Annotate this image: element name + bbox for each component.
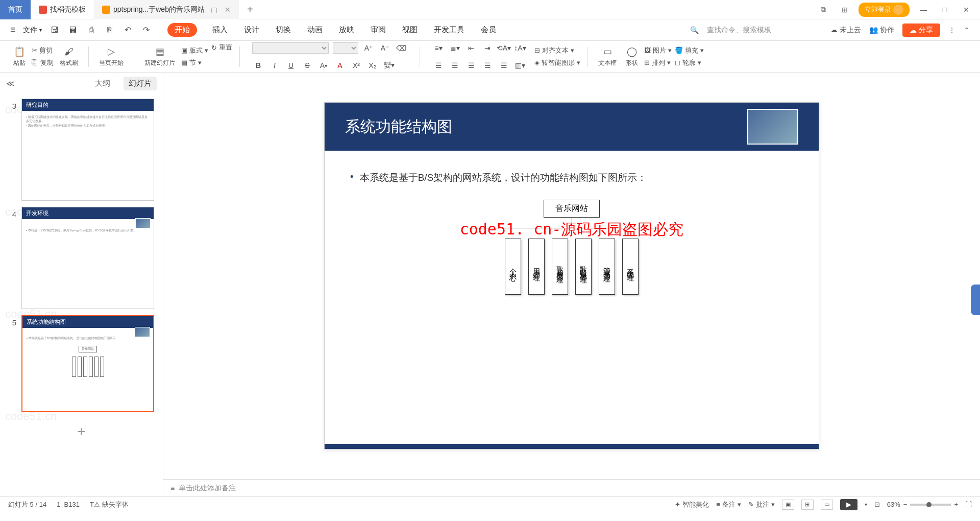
outline-button[interactable]: ◻轮廓 ▾ bbox=[675, 58, 704, 67]
decrease-font-button[interactable]: A⁻ bbox=[379, 42, 391, 54]
file-menu[interactable]: 文件 ▾ bbox=[23, 26, 42, 35]
zoom-control[interactable]: 63% − + bbox=[887, 501, 958, 508]
shape-button[interactable]: ◯ 形状 bbox=[623, 45, 641, 67]
share-button[interactable]: ☁ 分享 bbox=[902, 23, 940, 37]
underline-button[interactable]: U bbox=[285, 59, 297, 72]
tab-home[interactable]: 首页 bbox=[0, 0, 31, 19]
slideshow-button[interactable]: ▶ bbox=[840, 499, 857, 510]
thumbnail[interactable]: 开发环境 • 本站是一个B/S模式系统，采用Spring Boot框架，MYSQ… bbox=[21, 207, 154, 309]
redo-icon[interactable]: ↷ bbox=[141, 25, 152, 36]
clear-format-button[interactable]: ⌫ bbox=[395, 42, 407, 54]
close-icon[interactable]: ✕ bbox=[225, 6, 231, 14]
reset-button[interactable]: ↻重置 bbox=[211, 43, 232, 52]
convert-shape-button[interactable]: ◈转智能图形 ▾ bbox=[534, 58, 580, 67]
fit-window-button[interactable]: ⊡ bbox=[874, 501, 880, 508]
collapse-ribbon-icon[interactable]: ⌃ bbox=[964, 26, 970, 34]
font-select[interactable] bbox=[252, 42, 329, 54]
tab-start[interactable]: 开始 bbox=[167, 23, 197, 37]
notes-toggle[interactable]: ≡备注 ▾ bbox=[716, 500, 741, 509]
print-icon[interactable]: ⎙ bbox=[86, 25, 97, 36]
section-button[interactable]: ▤节 ▾ bbox=[181, 58, 208, 67]
tab-animation[interactable]: 动画 bbox=[306, 23, 324, 37]
grid-icon[interactable]: ⊞ bbox=[837, 2, 852, 17]
fontsize-select[interactable] bbox=[333, 42, 358, 54]
minimize-button[interactable]: — bbox=[916, 2, 931, 17]
align-text-button[interactable]: ⊟对齐文本 ▾ bbox=[534, 46, 580, 55]
bullets-button[interactable]: ≡▾ bbox=[432, 42, 445, 54]
undo-icon[interactable]: ↶ bbox=[122, 25, 134, 36]
more-icon[interactable]: ⋮ bbox=[948, 26, 955, 34]
outline-tab[interactable]: 大纲 bbox=[90, 77, 115, 90]
tab-slideshow[interactable]: 放映 bbox=[338, 23, 355, 37]
zoom-slider[interactable] bbox=[910, 504, 951, 506]
text-direction-button[interactable]: ⟲A▾ bbox=[498, 42, 510, 54]
zoom-out-button[interactable]: − bbox=[903, 501, 908, 508]
layout-button[interactable]: ▣版式 ▾ bbox=[181, 46, 208, 55]
fontcolor-button[interactable]: A bbox=[334, 59, 346, 72]
cloud-status[interactable]: ☁ 未上云 bbox=[830, 26, 861, 35]
textbox-button[interactable]: ▭ 文本框 bbox=[595, 45, 620, 67]
slide[interactable]: 系统功能结构图 • 本系统是基于B/S架构的网站系统，设计的功能结构图如下图所示… bbox=[324, 102, 819, 449]
collapse-panel-icon[interactable]: ≪ bbox=[6, 79, 15, 88]
strike-button[interactable]: S bbox=[301, 59, 313, 72]
missing-font-button[interactable]: T⚠缺失字体 bbox=[90, 500, 129, 509]
add-slide-button[interactable]: + bbox=[8, 418, 155, 445]
thumbnail[interactable]: 研究目的 • 随着互联网络技术的快速发展，网络的影响越来越大各行业信息的管理均可… bbox=[21, 99, 154, 201]
beautify-button[interactable]: ✦智能美化 bbox=[675, 500, 709, 509]
align-justify-button[interactable]: ☰ bbox=[481, 59, 494, 72]
thumbnails-list[interactable]: 3 研究目的 • 随着互联网络技术的快速发展，网络的影响越来越大各行业信息的管理… bbox=[0, 94, 163, 496]
arrange-button[interactable]: ⊞排列 ▾ bbox=[644, 58, 672, 67]
thumbnail-row[interactable]: 3 研究目的 • 随着互联网络技术的快速发展，网络的影响越来越大各行业信息的管理… bbox=[8, 99, 155, 201]
fullscreen-button[interactable]: ⛶ bbox=[965, 501, 972, 508]
slide-canvas[interactable]: 系统功能结构图 • 本系统是基于B/S架构的网站系统，设计的功能结构图如下图所示… bbox=[163, 73, 980, 479]
tab-transition[interactable]: 切换 bbox=[275, 23, 292, 37]
save-as-icon[interactable]: 🖬 bbox=[67, 25, 79, 36]
cut-button[interactable]: ✂剪切 bbox=[32, 46, 54, 55]
align-right-button[interactable]: ☰ bbox=[465, 59, 477, 72]
search-icon[interactable]: 🔍 bbox=[690, 26, 699, 34]
tab-design[interactable]: 设计 bbox=[243, 23, 260, 37]
font-effects-button[interactable]: 變▾ bbox=[383, 59, 395, 72]
section-name[interactable]: 1_B131 bbox=[57, 501, 80, 508]
numbering-button[interactable]: ≣▾ bbox=[449, 42, 461, 54]
align-left-button[interactable]: ☰ bbox=[432, 59, 445, 72]
thumbnail-row[interactable]: 5 系统功能结构图 • 本系统是基于B/S架构的网站系统，设计的功能结构图如下图… bbox=[8, 315, 155, 412]
tab-templates[interactable]: 找稻壳模板 bbox=[31, 0, 94, 19]
tab-developer[interactable]: 开发工具 bbox=[433, 23, 465, 37]
new-slide-button[interactable]: ▤ 新建幻灯片 bbox=[141, 45, 178, 67]
new-tab-button[interactable]: + bbox=[239, 0, 261, 19]
collab-button[interactable]: 👥 协作 bbox=[869, 26, 894, 35]
search-input[interactable]: 查找命令、搜索模板 bbox=[707, 26, 771, 35]
sorter-view-button[interactable]: ⊞ bbox=[801, 500, 814, 510]
reading-view-button[interactable]: ▭ bbox=[821, 500, 833, 510]
slides-tab[interactable]: 幻灯片 bbox=[124, 77, 157, 90]
side-panel-handle[interactable] bbox=[971, 285, 980, 315]
login-button[interactable]: 立即登录 bbox=[859, 3, 910, 17]
menu-icon[interactable]: ≡ bbox=[10, 25, 16, 35]
thumbnail-selected[interactable]: 系统功能结构图 • 本系统是基于B/S架构的网站系统，设计的功能结构图如下图所示… bbox=[21, 315, 154, 412]
current-page-button[interactable]: ▷ 当页开始 bbox=[96, 45, 127, 67]
bold-button[interactable]: B bbox=[252, 59, 264, 72]
highlight-button[interactable]: A▪ bbox=[317, 59, 330, 72]
superscript-button[interactable]: X² bbox=[350, 59, 362, 72]
tab-member[interactable]: 会员 bbox=[480, 23, 497, 37]
save-icon[interactable]: 🖫 bbox=[49, 25, 60, 36]
picture-button[interactable]: 🖼图片 ▾ bbox=[644, 46, 672, 55]
thumbnail-row[interactable]: 4 开发环境 • 本站是一个B/S模式系统，采用Spring Boot框架，MY… bbox=[8, 207, 155, 309]
subscript-button[interactable]: X₂ bbox=[366, 59, 379, 72]
maximize-button[interactable]: □ bbox=[937, 2, 952, 17]
decrease-indent-button[interactable]: ⇤ bbox=[465, 42, 477, 54]
tab-window-icon[interactable]: ▢ bbox=[211, 6, 217, 14]
layout-icon[interactable]: ⧉ bbox=[816, 2, 831, 17]
slideshow-dropdown[interactable]: ▾ bbox=[865, 502, 867, 507]
increase-indent-button[interactable]: ⇥ bbox=[481, 42, 494, 54]
italic-button[interactable]: I bbox=[268, 59, 281, 72]
comments-toggle[interactable]: ✎批注 ▾ bbox=[748, 500, 775, 509]
notes-bar[interactable]: ≡ 单击此处添加备注 bbox=[163, 479, 980, 496]
tab-insert[interactable]: 插入 bbox=[211, 23, 229, 37]
zoom-in-button[interactable]: + bbox=[954, 501, 958, 508]
increase-font-button[interactable]: A⁺ bbox=[362, 42, 375, 54]
close-button[interactable]: ✕ bbox=[959, 2, 974, 17]
format-painter-button[interactable]: 🖌 格式刷 bbox=[57, 45, 81, 67]
tab-review[interactable]: 审阅 bbox=[370, 23, 387, 37]
